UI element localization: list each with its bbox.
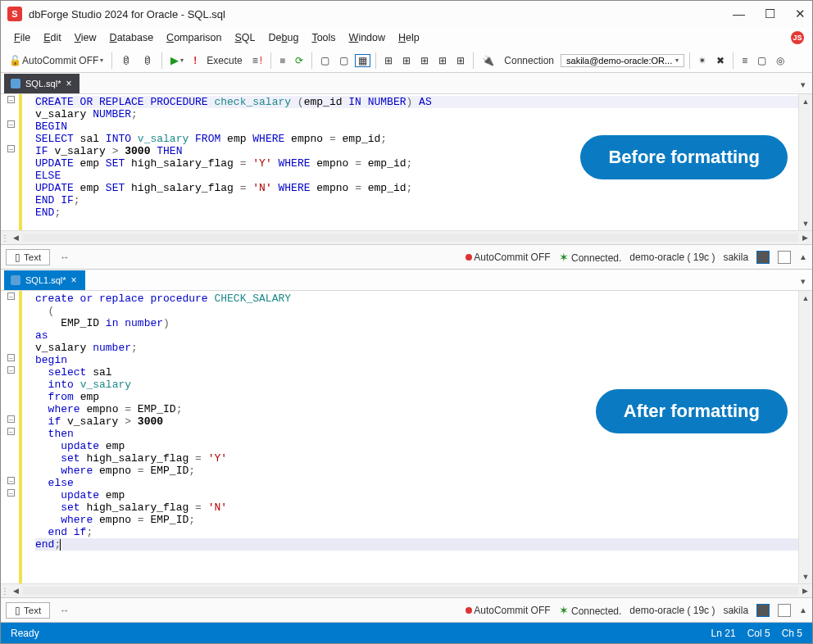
menu-window[interactable]: Window [344,30,390,45]
tabstrip-2: SQL1.sql*× ▾ [1,270,812,291]
grid-icon-4[interactable]: ⊞ [435,53,450,68]
tabstrip-1: SQL.sql*× ▾ [1,73,812,94]
main-toolbar: 🔓AutoCommit OFF ▾ 🛢 🛢 ▶▾ ! Execute ≡! ■ … [1,48,812,73]
tool-icon-d[interactable]: ▢ [754,53,770,68]
horizontal-scrollbar[interactable]: ⋮◀▶ [1,230,812,244]
connected-status: ✶ Connected. [559,251,622,264]
menu-view[interactable]: View [70,30,102,45]
results-icon[interactable]: ↔ [57,250,73,265]
before-formatting-badge: Before formatting [580,135,788,179]
connection-dropdown[interactable]: sakila@demo-oracle:OR...▾ [561,54,684,67]
db-icon-2[interactable]: 🛢 [139,53,157,68]
menu-file[interactable]: File [9,30,35,45]
fold-icon[interactable]: – [7,293,15,300]
fold-icon[interactable]: – [7,120,15,128]
maximize-button[interactable]: ☐ [765,7,775,21]
autocommit-status: AutoCommit OFF [466,605,551,616]
grid-icon-3[interactable]: ⊞ [417,53,432,68]
grid-icon-2[interactable]: ⊞ [399,53,414,68]
close-tab-icon[interactable]: × [71,274,77,286]
horizontal-scrollbar[interactable]: ⋮◀▶ [1,583,812,597]
sql-file-icon [11,79,20,88]
text-view-button[interactable]: ▯ Text [6,249,50,265]
db-icon-1[interactable]: 🛢 [117,53,135,68]
autocommit-toggle[interactable]: 🔓AutoCommit OFF ▾ [6,53,107,68]
results-icon[interactable]: ↔ [57,603,73,618]
after-formatting-badge: After formatting [596,389,788,433]
file-tab-sql[interactable]: SQL.sql*× [4,74,79,93]
statusbar: Ready Ln 21 Col 5 Ch 5 [1,623,812,643]
connection-label: Connection [501,53,557,68]
tool-icon-2[interactable]: ▢ [336,53,352,68]
pane-1-status: ▯ Text ↔ AutoCommit OFF ✶ Connected. dem… [1,244,812,269]
server-name: demo-oracle ( 19c ) [629,605,715,616]
layout-box-2[interactable] [778,604,791,617]
grid-icon-1[interactable]: ⊞ [381,53,396,68]
tool-icon-b[interactable]: ✖ [713,53,728,68]
run-button[interactable]: ▶▾ [167,52,187,68]
text-view-button[interactable]: ▯ Text [6,602,50,619]
js-badge-icon: JS [791,31,804,44]
execute-to-cursor-icon[interactable]: ≡! [249,53,266,68]
menubar: File Edit View Database Comparison SQL D… [1,27,812,48]
stop-icon[interactable]: ■ [276,53,288,68]
fold-icon[interactable]: – [7,489,15,497]
tool-icon-3[interactable]: ▦ [355,54,370,67]
execute-button[interactable]: Execute [203,53,245,68]
schema-name: sakila [723,605,748,616]
connected-status: ✶ Connected. [559,604,622,617]
menu-database[interactable]: Database [105,30,159,45]
sql-file-icon [11,275,20,285]
fold-icon[interactable]: – [7,477,15,484]
close-button[interactable]: ✕ [795,7,806,21]
pane-2-status: ▯ Text ↔ AutoCommit OFF ✶ Connected. dem… [1,597,812,622]
window-title: dbForge Studio 2024 for Oracle - SQL.sql [29,8,225,20]
autocommit-status: AutoCommit OFF [466,252,551,263]
tool-icon-1[interactable]: ▢ [317,53,333,68]
fold-icon[interactable]: – [7,428,15,435]
fold-icon[interactable]: – [7,366,15,374]
fold-icon[interactable]: – [7,354,15,361]
refresh-icon[interactable]: ⟳ [292,53,307,68]
status-ch: Ch 5 [782,628,802,639]
menu-help[interactable]: Help [393,30,425,45]
menu-debug[interactable]: Debug [264,30,304,45]
connection-icon[interactable]: 🔌 [479,53,497,68]
file-tab-sql1[interactable]: SQL1.sql*× [4,270,85,290]
status-line: Ln 21 [711,628,736,639]
schema-name: sakila [723,252,748,263]
minimize-button[interactable]: — [733,7,745,21]
editor-gutter: – – – [1,94,25,230]
stop-button[interactable]: ! [190,53,200,68]
status-ready: Ready [11,628,39,639]
fold-icon[interactable]: – [7,415,15,423]
tabstrip-overflow-icon[interactable]: ▾ [797,76,809,93]
menu-edit[interactable]: Edit [39,30,66,45]
tool-icon-c[interactable]: ≡ [738,53,751,68]
vertical-scrollbar[interactable]: ▲▼ [798,94,812,230]
tabstrip-overflow-icon[interactable]: ▾ [797,273,809,290]
collapse-icon[interactable]: ▲ [799,605,807,615]
editor-gutter: – – – – – – – [1,291,25,583]
status-col: Col 5 [747,628,770,639]
layout-box-1[interactable] [756,251,770,264]
menu-tools[interactable]: Tools [307,30,340,45]
tool-icon-e[interactable]: ◎ [773,53,788,68]
layout-box-1[interactable] [756,604,770,617]
fold-icon[interactable]: – [7,96,15,103]
fold-icon[interactable]: – [7,145,15,152]
server-name: demo-oracle ( 19c ) [629,252,715,263]
layout-box-2[interactable] [778,251,791,264]
app-icon: S [7,7,22,21]
tool-icon-a[interactable]: ✴ [695,53,710,68]
titlebar: S dbForge Studio 2024 for Oracle - SQL.s… [1,1,812,27]
code-editor-after[interactable]: create or replace procedure CHECK_SALARY… [25,291,798,583]
vertical-scrollbar[interactable]: ▲▼ [798,291,812,583]
menu-sql[interactable]: SQL [230,30,261,45]
close-tab-icon[interactable]: × [66,78,71,89]
grid-icon-5[interactable]: ⊞ [453,53,468,68]
collapse-icon[interactable]: ▲ [799,252,807,261]
menu-comparison[interactable]: Comparison [161,30,226,45]
